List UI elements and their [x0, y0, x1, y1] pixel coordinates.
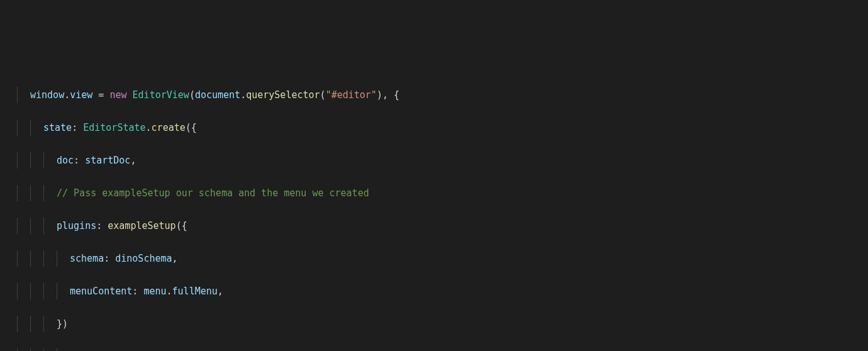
code-token: menu: [143, 286, 166, 297]
code-token: ,: [172, 253, 178, 264]
code-token: create: [152, 122, 186, 133]
code-token: .: [64, 89, 70, 101]
code-token: :: [96, 220, 108, 231]
code-token: schema: [70, 253, 104, 264]
code-line[interactable]: window.view = new EditorView(document.qu…: [0, 87, 868, 103]
code-line[interactable]: // Pass exampleSetup our schema and the …: [0, 185, 868, 201]
code-line[interactable]: plugins: exampleSetup({: [0, 218, 868, 234]
code-token: fullMenu: [172, 286, 218, 297]
code-line[interactable]: .concat(keymap({ "Shift-m": undo, "Mod-y…: [0, 348, 868, 351]
code-line[interactable]: state: EditorState.create({: [0, 120, 868, 136]
code-editor[interactable]: window.view = new EditorView(document.qu…: [0, 65, 868, 351]
code-token: startDoc: [85, 155, 130, 166]
code-token: dinoSchema: [115, 253, 172, 264]
code-token: :: [74, 155, 85, 166]
code-token: .: [240, 89, 246, 101]
code-token: "#editor": [326, 89, 377, 101]
code-token: document: [195, 89, 240, 101]
code-token: window: [30, 89, 64, 101]
code-token: ({: [176, 220, 187, 231]
code-token: }): [57, 318, 68, 330]
code-token: EditorState: [83, 122, 145, 133]
code-token: (: [189, 89, 195, 101]
code-token: ({: [186, 122, 197, 133]
code-token: ), {: [377, 89, 399, 101]
code-token: :: [104, 253, 115, 264]
code-token: doc: [57, 155, 74, 166]
code-token: view: [70, 89, 92, 101]
code-token: (: [320, 89, 326, 101]
code-line[interactable]: }): [0, 316, 868, 332]
code-token: :: [132, 286, 143, 297]
code-line[interactable]: doc: startDoc,: [0, 152, 868, 169]
code-token: :: [72, 122, 83, 133]
code-token: ,: [130, 155, 136, 166]
code-token: menuContent: [70, 286, 132, 297]
code-token: EditorView: [133, 89, 189, 101]
code-token: .: [167, 286, 172, 297]
code-token: ,: [218, 286, 223, 297]
code-line[interactable]: menuContent: menu.fullMenu,: [0, 283, 868, 299]
code-token: =: [92, 89, 109, 101]
code-token: plugins: [57, 220, 96, 231]
code-token: [127, 89, 133, 101]
code-token: .: [146, 122, 152, 133]
code-token: // Pass exampleSetup our schema and the …: [57, 187, 369, 199]
code-token: querySelector: [246, 89, 320, 101]
code-line[interactable]: schema: dinoSchema,: [0, 250, 868, 267]
code-token: exampleSetup: [108, 220, 175, 231]
code-token: new: [109, 89, 126, 101]
code-token: state: [43, 122, 72, 133]
